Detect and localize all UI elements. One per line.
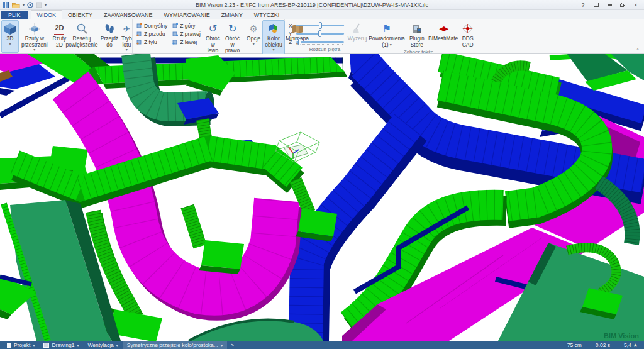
title-bar: ▾ ▾ BIM Vision 2.23 - E:\IFC from ARES-B… <box>0 0 644 10</box>
kolor-obiektu-button[interactable]: Kolor obiektu ▾ <box>262 20 284 55</box>
minimize-button[interactable] <box>604 1 615 9</box>
rotate-right-icon: ↻ <box>228 22 236 35</box>
dds-cad-icon <box>462 22 473 35</box>
widok-domyslny-button[interactable]: Domyślny <box>135 21 169 30</box>
magnifier-icon <box>76 22 87 35</box>
status-project-selector[interactable]: Projekt ▾ <box>3 341 39 349</box>
powiadomienia-badge: (1) <box>382 42 388 48</box>
slider-z[interactable] <box>296 39 344 45</box>
tab-zaawansowane[interactable]: ZAAWANSOWANE <box>98 11 158 19</box>
widok-z-prawej-label: Z prawej <box>180 31 201 37</box>
status-layer-label: Wentylacja <box>87 342 113 348</box>
tryb-lotu-caret-icon: ▾ <box>126 48 128 52</box>
rzuty-przestrzeni-button[interactable]: Rzuty w przestrzeni ▾ <box>19 20 50 53</box>
gear-icon: ⚙ <box>249 22 257 35</box>
restore-button[interactable] <box>617 1 628 9</box>
widok-z-lewej-button[interactable]: Z lewej <box>170 38 203 46</box>
obroc-w-prawo-button[interactable]: ↻ Obróć w prawo <box>223 20 242 55</box>
ribbon-tab-row: PLIK WIDOK OBIEKTY ZAAWANSOWANE WYMIAROW… <box>0 10 644 19</box>
ribbon-collapse-icon[interactable]: ˄ <box>636 47 639 52</box>
opcje-button[interactable]: ⚙ Opcje ▾ <box>245 20 262 55</box>
slider-y-label: Y <box>289 31 293 37</box>
dds-cad-button[interactable]: DDS CAD <box>460 20 476 49</box>
opcje-caret-icon: ▾ <box>253 42 255 46</box>
plugin-store-icon <box>411 22 422 35</box>
widok-z-gory-button[interactable]: Z góry <box>170 21 203 30</box>
view-cube-icon <box>172 39 178 45</box>
bimestimate-button[interactable]: ◀▶ BIMestiMate <box>427 20 460 49</box>
viewport-3d[interactable]: BIM Vision <box>0 54 644 341</box>
plugin-store-button[interactable]: Plugin Store <box>407 20 427 49</box>
widok-z-gory-label: Z góry <box>180 23 195 29</box>
status-rating-value: 5,4 <box>624 342 631 348</box>
project-document-icon <box>7 343 11 348</box>
opcje-label: Opcje <box>247 36 260 42</box>
slider-y[interactable] <box>296 31 344 37</box>
plugin-store-label-2: Store <box>411 42 423 48</box>
view-3d-label: 3D <box>7 36 14 42</box>
ribbon: 3D ▾ Rzuty w przestrzeni ▾ 2D Rzuty 2D T… <box>0 19 644 54</box>
view-cube-icon <box>172 31 178 36</box>
kolor-obiektu-label: Kolor obiektu <box>265 36 282 48</box>
selection-caret-icon: ▾ <box>221 343 223 348</box>
tab-widok[interactable]: WIDOK <box>31 10 63 19</box>
help-button[interactable]: ? <box>577 1 589 9</box>
resetuj-powiekszenie-button[interactable]: Resetuj powiększenie <box>64 20 100 53</box>
rzuty-przestrzeni-caret-icon: ▾ <box>33 48 35 52</box>
window-controls: ? × <box>577 1 641 9</box>
tab-zmiany[interactable]: ZMIANY <box>216 11 248 19</box>
tab-wtyczki[interactable]: WTYCZKI <box>248 11 286 19</box>
widok-z-prawej-button[interactable]: Z prawej <box>170 30 203 38</box>
obroc-w-prawo-label: Obróć w prawo <box>225 36 240 54</box>
tab-wymiarowanie[interactable]: WYMIAROWANIE <box>158 11 216 19</box>
small-cube-icon <box>29 22 40 35</box>
window-title: BIM Vision 2.23 - E:\IFC from ARES-BP-21… <box>47 2 577 8</box>
group-label-rozsun: Rozsuń piętra <box>286 47 364 53</box>
przejdz-do-button[interactable]: Przejdź do <box>100 20 119 53</box>
project-caret-icon: ▾ <box>33 343 35 348</box>
open-file-icon[interactable] <box>12 1 20 9</box>
ribbon-group-widok: Domyślny Z przodu Z tyłu Z góry <box>133 19 285 53</box>
settings-target-icon[interactable] <box>27 1 33 9</box>
slider-x[interactable] <box>296 23 344 29</box>
status-drawing-selector[interactable]: Drawing1 ▾ <box>39 341 83 349</box>
bimestimate-label: BIMestiMate <box>428 36 458 42</box>
status-expand-button[interactable]: > <box>227 342 238 348</box>
status-selection-item[interactable]: Symetryczne przejście kolo/prostoka... ▾ <box>123 341 227 349</box>
przejdz-do-label: Przejdź do <box>101 36 118 48</box>
tab-obiekty[interactable]: OBIEKTY <box>62 11 98 19</box>
app-icon <box>3 1 9 9</box>
view-3d-button[interactable]: 3D ▾ <box>1 20 19 53</box>
ribbon-group-rozsun: X Y Z Wyzeruj Rozsuń piętra <box>285 19 365 53</box>
broom-icon <box>352 22 362 35</box>
ribbon-group-zobacz: ⚑ Powiadomienia (1)▾ Plugin Store ◀▶ BIM… <box>365 19 472 53</box>
open-file-caret-icon[interactable]: ▾ <box>23 3 25 7</box>
close-button[interactable]: × <box>630 1 641 9</box>
status-project-label: Projekt <box>14 342 30 348</box>
powiadomienia-button[interactable]: ⚑ Powiadomienia (1)▾ <box>367 20 407 49</box>
view-3d-caret-icon: ▾ <box>9 42 11 46</box>
bimestimate-icon: ◀▶ <box>439 22 447 35</box>
slider-z-label: Z <box>289 39 293 45</box>
widok-z-tylu-button[interactable]: Z tyłu <box>135 38 169 46</box>
obroc-w-lewo-button[interactable]: ↺ Obróć w lewo <box>203 20 223 55</box>
status-layer-selector[interactable]: Wentylacja ▾ <box>83 341 122 349</box>
quick-access-toolbar: ▾ ▾ <box>3 1 47 9</box>
minimize-icon <box>608 4 612 6</box>
widok-z-przodu-button[interactable]: Z przodu <box>135 30 169 38</box>
drawing-caret-icon: ▾ <box>77 343 79 348</box>
object-color-icon <box>267 22 279 35</box>
view-cube-icon <box>172 23 178 28</box>
dds-cad-label-2: CAD <box>462 42 474 48</box>
widok-z-przodu-label: Z przodu <box>144 31 165 37</box>
fullscreen-button[interactable] <box>591 1 602 9</box>
status-drawing-label: Drawing1 <box>52 342 74 348</box>
status-bar: Projekt ▾ Drawing1 ▾ Wentylacja ▾ Symetr… <box>0 341 644 349</box>
layer-caret-icon: ▾ <box>116 343 118 348</box>
flag-icon: ⚑ <box>382 22 391 35</box>
tab-plik[interactable]: PLIK <box>1 11 28 19</box>
watermark: BIM Vision <box>604 332 639 340</box>
restore-icon <box>620 3 625 7</box>
plane-icon: ✈ <box>123 22 130 35</box>
tryb-lotu-button[interactable]: ✈ Tryb lotu ▾ <box>119 20 135 53</box>
